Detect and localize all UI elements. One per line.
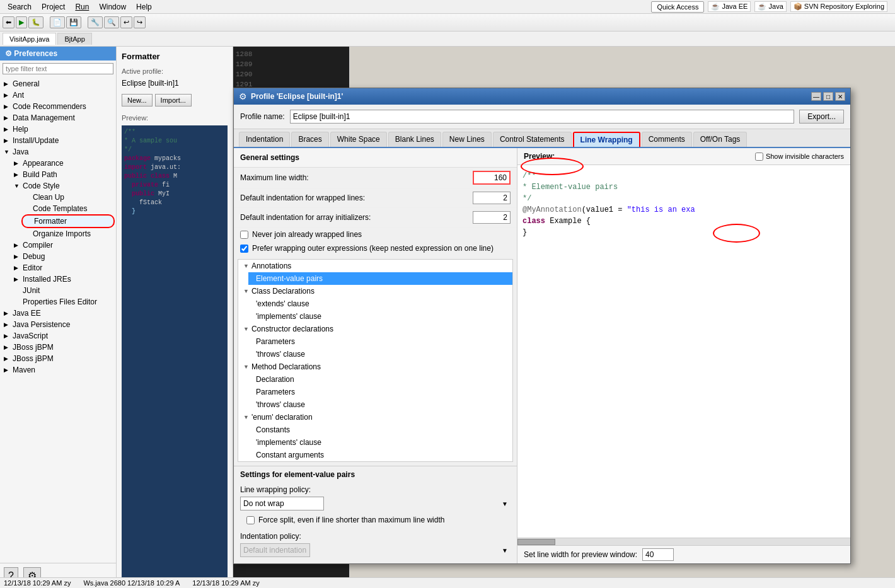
tree-installed-jres[interactable]: ▶Installed JREs bbox=[11, 274, 115, 285]
formatter-profile-name: Eclipse [built-in]1 bbox=[122, 79, 228, 88]
preview-horizontal-scrollbar[interactable] bbox=[517, 538, 850, 545]
tree-editor[interactable]: ▶Editor bbox=[11, 262, 115, 274]
filter-input[interactable] bbox=[3, 63, 113, 74]
toolbar-btn-1[interactable]: ⬅ bbox=[3, 16, 14, 28]
status-bar: 12/13/18 10:29 AM zy Ws.java 2680 12/13/… bbox=[0, 577, 895, 588]
max-line-width-input[interactable] bbox=[473, 171, 511, 185]
tree-code-recommenders[interactable]: ▶Code Recommenders bbox=[1, 101, 115, 112]
dialog-maximize[interactable]: □ bbox=[823, 92, 833, 101]
tree-junit[interactable]: JUnit bbox=[11, 285, 115, 296]
show-invisible-row: Show invisible characters bbox=[755, 153, 844, 161]
tree-maven[interactable]: ▶Maven bbox=[1, 364, 115, 376]
tree-install-update[interactable]: ▶Install/Update bbox=[1, 135, 115, 146]
preview-pane: Preview: Show invisible characters /** *… bbox=[517, 148, 850, 563]
tree-data-management[interactable]: ▶Data Management bbox=[1, 112, 115, 124]
tree-code-style[interactable]: ▼Code Style bbox=[11, 180, 115, 192]
preview-footer-label: Set line width for preview window: bbox=[524, 550, 637, 559]
toolbar-btn-debug[interactable]: 🐛 bbox=[28, 16, 43, 28]
perspective-svn[interactable]: 📦 SVN Repository Exploring bbox=[790, 1, 887, 12]
toolbar-btn-7[interactable]: ↩ bbox=[120, 16, 132, 28]
tab-offtags[interactable]: Off/On Tags bbox=[693, 132, 748, 147]
menubar: Search Project Run Window Help Quick Acc… bbox=[0, 0, 895, 14]
perspective-javaee[interactable]: ☕ Java EE bbox=[708, 1, 751, 12]
status-item-1: 12/13/18 10:29 AM zy bbox=[4, 579, 71, 587]
status-item-3: 12/13/18 10:29 AM zy bbox=[192, 579, 259, 587]
wrapped-lines-input[interactable] bbox=[473, 192, 511, 204]
tab-visitapp[interactable]: VisitApp.java bbox=[3, 33, 56, 45]
scrollbar-thumb[interactable] bbox=[517, 539, 555, 545]
menu-run[interactable]: Run bbox=[70, 1, 94, 13]
toolbar-btn-run[interactable]: ▶ bbox=[16, 16, 27, 28]
perspective-java[interactable]: ☕ Java bbox=[754, 1, 786, 12]
toolbar-btn-save[interactable]: 💾 bbox=[66, 16, 81, 28]
dialog-minimize[interactable]: — bbox=[811, 92, 821, 101]
menu-help[interactable]: Help bbox=[131, 1, 157, 13]
formatter-title: Formatter bbox=[122, 52, 228, 61]
preferences-header: ⚙ Preferences bbox=[0, 47, 116, 61]
new-profile-button[interactable]: New... bbox=[122, 94, 153, 107]
tab-blanklines[interactable]: Blank Lines bbox=[388, 132, 441, 147]
formatter-panel: Formatter Active profile: Eclipse [built… bbox=[117, 47, 233, 588]
tree-javascript[interactable]: ▶JavaScript bbox=[1, 330, 115, 342]
tree-java[interactable]: ▼Java bbox=[1, 146, 115, 158]
tree-organize-imports[interactable]: Organize Imports bbox=[21, 228, 115, 239]
tab-controlstatements[interactable]: Control Statements bbox=[493, 132, 572, 147]
preferences-icon: ⚙ bbox=[5, 49, 12, 58]
preferences-title: Preferences bbox=[14, 49, 57, 58]
profile-name-input[interactable] bbox=[290, 110, 795, 124]
preview-line-annotation: @MyAnnotation(value1 = "this is an exa bbox=[523, 204, 845, 216]
tree-java-ee[interactable]: ▶Java EE bbox=[1, 308, 115, 319]
tree-properties-files[interactable]: Properties Files Editor bbox=[11, 296, 115, 308]
tab-newlines[interactable]: New Lines bbox=[442, 132, 492, 147]
array-init-input[interactable] bbox=[473, 211, 511, 224]
toolbar-btn-new[interactable]: 📄 bbox=[50, 16, 65, 28]
preferences-panel: ⚙ Preferences ▶General ▶Ant ▶Code Recomm… bbox=[0, 47, 117, 588]
toolbar: ⬅ ▶ 🐛 📄 💾 🔧 🔍 ↩ ↪ bbox=[0, 14, 895, 32]
tree-jboss-jbpm-2[interactable]: ▶JBoss jBPM bbox=[1, 353, 115, 364]
toolbar-btn-6[interactable]: 🔍 bbox=[104, 16, 119, 28]
preview-label: Preview: bbox=[122, 114, 228, 122]
show-invisible-label: Show invisible characters bbox=[766, 153, 844, 160]
preview-code-area: /** * Element-value pairs */ @MyAnnotati… bbox=[517, 165, 850, 538]
preview-line-class: class Example { bbox=[523, 216, 845, 227]
tree-help[interactable]: ▶Help bbox=[1, 124, 115, 135]
show-invisible-checkbox[interactable] bbox=[755, 153, 763, 161]
quick-access-button[interactable]: Quick Access bbox=[651, 1, 704, 13]
tree-build-path[interactable]: ▶Build Path bbox=[11, 169, 115, 180]
active-profile-label: Active profile: bbox=[122, 67, 228, 75]
menu-window[interactable]: Window bbox=[94, 1, 131, 13]
tree-java-persistence[interactable]: ▶Java Persistence bbox=[1, 319, 115, 330]
toolbar-btn-8[interactable]: ↪ bbox=[134, 16, 146, 28]
code-editor: 1288 1289 1290 1291 bbox=[233, 47, 350, 588]
indentation-dropdown-arrow: ▼ bbox=[502, 547, 508, 554]
tree-jboss-jbpm-1[interactable]: ▶JBoss jBPM bbox=[1, 342, 115, 353]
preferences-tree: ▶General ▶Ant ▶Code Recommenders ▶Data M… bbox=[0, 77, 116, 563]
preview-line-comment2: * Element-value pairs bbox=[523, 182, 845, 193]
import-button[interactable]: Import... bbox=[155, 94, 192, 107]
tab-linewrapping[interactable]: Line Wrapping bbox=[573, 132, 640, 147]
tree-code-templates[interactable]: Code Templates bbox=[21, 203, 115, 214]
preview-line-comment3: */ bbox=[523, 193, 845, 204]
preview-title: Preview: bbox=[524, 152, 755, 161]
menu-search[interactable]: Search bbox=[3, 1, 37, 13]
preview-line-comment1: /** bbox=[523, 170, 845, 182]
preview-line-close: } bbox=[523, 227, 845, 238]
preview-footer: Set line width for preview window: bbox=[517, 545, 850, 563]
tree-ant[interactable]: ▶Ant bbox=[1, 89, 115, 101]
editor-tabbar: VisitApp.java BjtApp bbox=[0, 32, 895, 47]
tree-appearance[interactable]: ▶Appearance bbox=[11, 158, 115, 169]
tree-clean-up[interactable]: Clean Up bbox=[21, 192, 115, 203]
formatter-preview-code: /** * A sample sou */ package mypacks im… bbox=[122, 125, 228, 583]
tab-bjtapp[interactable]: BjtApp bbox=[57, 33, 91, 45]
export-button[interactable]: Export... bbox=[799, 110, 844, 124]
tree-general[interactable]: ▶General bbox=[1, 78, 115, 89]
tree-debug[interactable]: ▶Debug bbox=[11, 251, 115, 262]
line-width-input[interactable] bbox=[642, 548, 674, 561]
tree-compiler[interactable]: ▶Compiler bbox=[11, 239, 115, 251]
dialog-close[interactable]: ✕ bbox=[835, 92, 845, 101]
menu-project[interactable]: Project bbox=[37, 1, 70, 13]
tree-formatter[interactable]: Formatter bbox=[21, 214, 115, 228]
tab-comments[interactable]: Comments bbox=[642, 132, 692, 147]
toolbar-btn-5[interactable]: 🔧 bbox=[88, 16, 103, 28]
filter-area bbox=[0, 61, 116, 77]
